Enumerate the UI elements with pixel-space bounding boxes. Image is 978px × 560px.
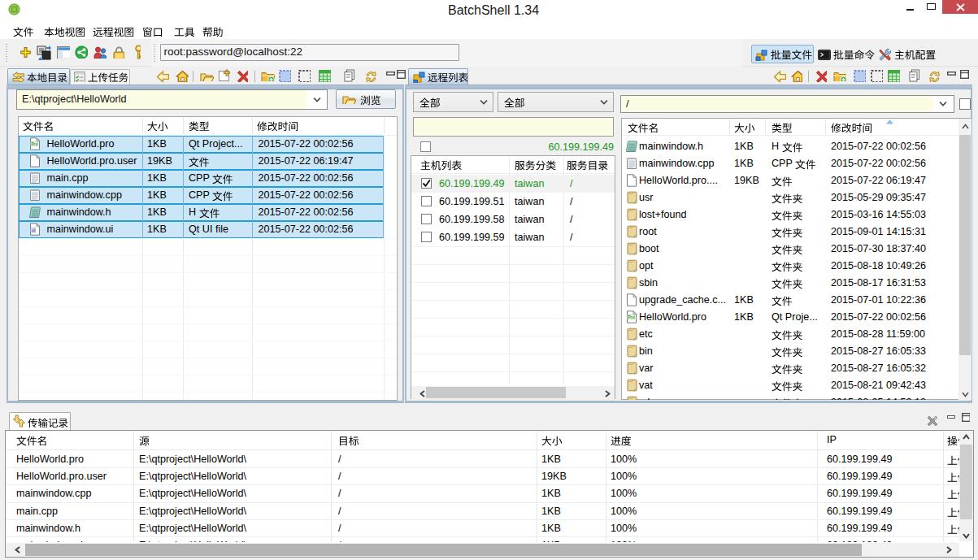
svg-text:Pro: Pro [31,142,37,146]
svg-text:Pro: Pro [628,315,634,319]
svg-text:ui: ui [32,228,35,232]
